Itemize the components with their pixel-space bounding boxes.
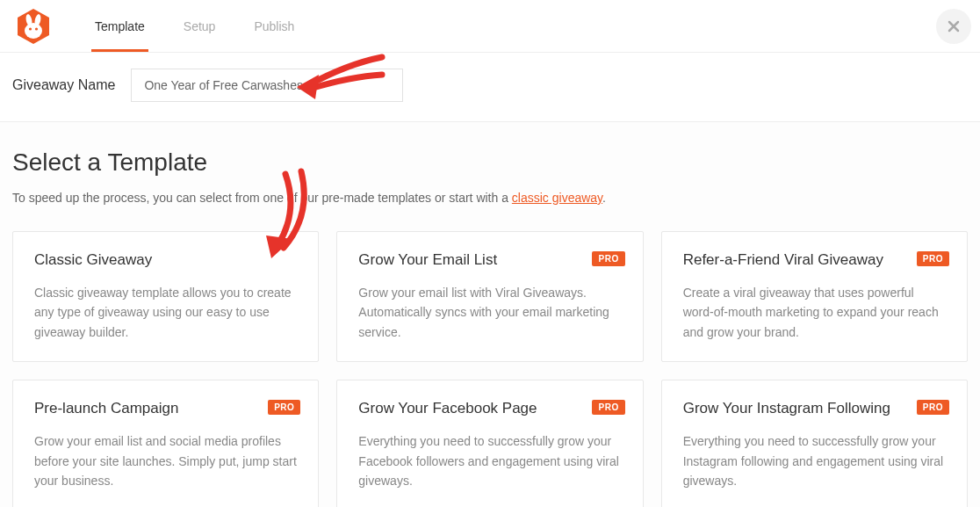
pro-badge: PRO xyxy=(917,251,949,266)
app-logo xyxy=(12,5,54,47)
giveaway-name-input[interactable] xyxy=(131,69,403,102)
card-title: Grow Your Instagram Following xyxy=(683,400,946,417)
template-card-pre-launch[interactable]: PRO Pre-launch Campaign Grow your email … xyxy=(12,380,319,507)
template-cards-grid: Classic Giveaway Classic giveaway templa… xyxy=(12,231,968,507)
tab-publish[interactable]: Publish xyxy=(234,0,313,52)
header-bar: Template Setup Publish xyxy=(0,0,980,53)
template-card-grow-instagram[interactable]: PRO Grow Your Instagram Following Everyt… xyxy=(661,380,968,507)
section-description: To speed up the process, you can select … xyxy=(12,191,968,205)
pro-badge: PRO xyxy=(917,400,949,415)
pro-badge: PRO xyxy=(268,400,300,415)
card-desc: Grow your email list with Viral Giveaway… xyxy=(358,283,621,342)
section-desc-suffix: . xyxy=(602,191,606,205)
card-desc: Everything you need to successfully grow… xyxy=(683,431,946,490)
tab-template[interactable]: Template xyxy=(76,0,164,52)
card-title: Grow Your Facebook Page xyxy=(358,400,621,417)
card-desc: Grow your email list and social media pr… xyxy=(34,431,297,490)
svg-point-3 xyxy=(25,23,42,39)
card-desc: Create a viral giveaway that uses powerf… xyxy=(683,283,946,342)
card-desc: Classic giveaway template allows you to … xyxy=(34,283,297,342)
template-card-grow-facebook[interactable]: PRO Grow Your Facebook Page Everything y… xyxy=(336,380,643,507)
card-title: Refer-a-Friend Viral Giveaway xyxy=(683,251,946,269)
card-desc: Everything you need to successfully grow… xyxy=(358,431,621,490)
close-button[interactable] xyxy=(936,9,971,44)
card-title: Grow Your Email List xyxy=(358,251,621,269)
pro-badge: PRO xyxy=(592,400,624,415)
tabs-nav: Template Setup Publish xyxy=(76,0,313,52)
pro-badge: PRO xyxy=(592,251,624,266)
template-card-grow-email-list[interactable]: PRO Grow Your Email List Grow your email… xyxy=(336,231,643,362)
svg-point-4 xyxy=(29,27,32,30)
svg-point-5 xyxy=(35,27,38,30)
tab-setup[interactable]: Setup xyxy=(164,0,235,52)
classic-giveaway-link[interactable]: classic giveaway xyxy=(512,191,602,205)
giveaway-name-label: Giveaway Name xyxy=(12,77,115,93)
card-title: Pre-launch Campaign xyxy=(34,400,297,417)
template-card-classic-giveaway[interactable]: Classic Giveaway Classic giveaway templa… xyxy=(12,231,319,362)
content-area: Select a Template To speed up the proces… xyxy=(0,122,980,507)
section-title: Select a Template xyxy=(12,148,968,177)
giveaway-name-row: Giveaway Name xyxy=(0,53,980,122)
card-title: Classic Giveaway xyxy=(34,251,297,269)
close-icon xyxy=(947,19,961,33)
template-card-refer-a-friend[interactable]: PRO Refer-a-Friend Viral Giveaway Create… xyxy=(661,231,968,362)
section-desc-prefix: To speed up the process, you can select … xyxy=(12,191,512,205)
